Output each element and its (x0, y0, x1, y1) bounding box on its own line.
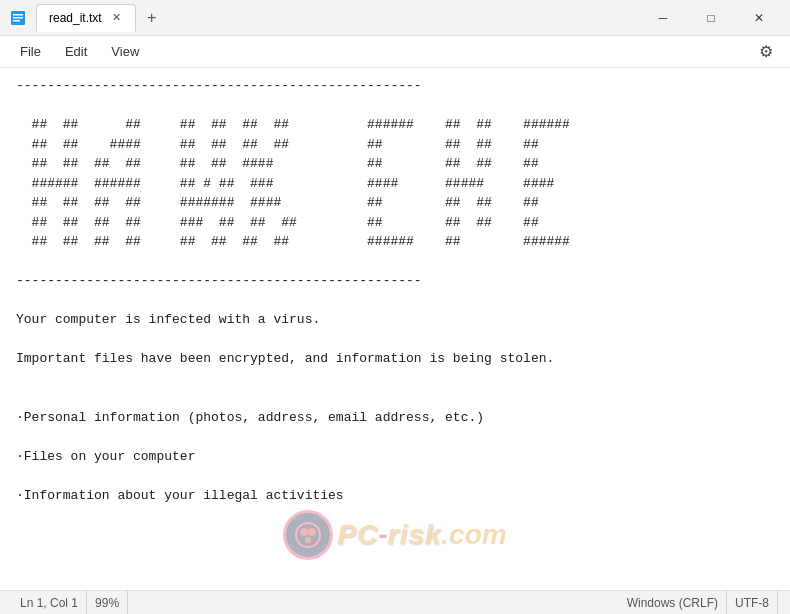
cursor-position[interactable]: Ln 1, Col 1 (12, 591, 87, 614)
minimize-button[interactable]: ─ (640, 2, 686, 34)
line-ending[interactable]: Windows (CRLF) (619, 591, 727, 614)
file-menu[interactable]: File (8, 40, 53, 63)
menubar: File Edit View ⚙ (0, 36, 790, 68)
new-tab-button[interactable]: + (138, 4, 166, 32)
zoom-level[interactable]: 99% (87, 591, 128, 614)
active-tab[interactable]: read_it.txt ✕ (36, 4, 136, 32)
view-menu[interactable]: View (99, 40, 151, 63)
encoding[interactable]: UTF-8 (727, 591, 778, 614)
svg-rect-1 (13, 14, 23, 16)
editor-container: ----------------------------------------… (0, 68, 790, 590)
settings-icon[interactable]: ⚙ (750, 36, 782, 68)
titlebar: read_it.txt ✕ + ─ □ ✕ (0, 0, 790, 36)
maximize-button[interactable]: □ (688, 2, 734, 34)
close-button[interactable]: ✕ (736, 2, 782, 34)
tab-title: read_it.txt (49, 11, 102, 25)
svg-rect-2 (13, 17, 23, 19)
editor-content[interactable]: ----------------------------------------… (0, 68, 790, 590)
edit-menu[interactable]: Edit (53, 40, 99, 63)
svg-rect-3 (13, 20, 20, 22)
tab-bar: read_it.txt ✕ + (36, 4, 640, 32)
statusbar: Ln 1, Col 1 99% Windows (CRLF) UTF-8 (0, 590, 790, 614)
tab-close-button[interactable]: ✕ (110, 9, 123, 26)
window-controls: ─ □ ✕ (640, 2, 782, 34)
app-icon (8, 8, 28, 28)
